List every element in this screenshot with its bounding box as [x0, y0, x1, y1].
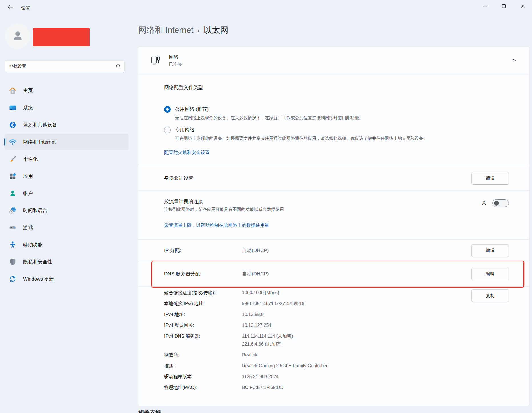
radio-option-label: 专用网络 [175, 126, 428, 133]
accounts-icon [9, 190, 17, 198]
breadcrumb-parent[interactable]: 网络和 Internet [138, 25, 193, 36]
network-profile-option-1[interactable]: 专用网络可在网络上发现你的设备。如果需要文件共享或使用通过此网络通信的应用，请选… [164, 126, 509, 141]
sidebar-item-home[interactable]: 主页 [4, 83, 129, 98]
sidebar-nav: 主页系统蓝牙和其他设备网络和 Internet个性化应用帐户时间和语言游戏辅助功… [4, 83, 129, 288]
sidebar: 主页系统蓝牙和其他设备网络和 Internet个性化应用帐户时间和语言游戏辅助功… [0, 16, 133, 413]
back-button[interactable] [4, 2, 16, 13]
property-row: 本地链接 IPv6 地址:fe80::cf51:4b71:6e37:47fd%1… [164, 300, 509, 308]
property-label: 驱动程序版本: [164, 373, 242, 381]
close-button[interactable] [513, 0, 532, 13]
metered-description: 连接到此网络时，某些应用可能具有不同的功能以减少数据使用。 [164, 207, 288, 212]
sidebar-item-label: Windows 更新 [23, 276, 54, 282]
metered-label: 按流量计费的连接 [164, 198, 288, 205]
search-icon [116, 63, 121, 70]
sidebar-item-accounts[interactable]: 帐户 [4, 186, 129, 201]
avatar[interactable] [5, 23, 30, 49]
property-value: 10.13.55.9 [242, 311, 264, 319]
sidebar-item-label: 应用 [23, 173, 33, 180]
breadcrumb-separator-icon: › [197, 27, 200, 35]
property-label: 描述: [164, 362, 242, 370]
radio-icon[interactable] [164, 106, 171, 113]
sidebar-item-label: 游戏 [23, 224, 33, 231]
metered-toggle[interactable] [492, 199, 509, 207]
window-controls [475, 0, 532, 13]
radio-option-description: 可在网络上发现你的设备。如果需要文件共享或使用通过此网络通信的应用，请选择此选项… [175, 135, 428, 141]
sidebar-item-network[interactable]: 网络和 Internet [4, 134, 129, 150]
sidebar-item-label: 时间和语言 [23, 207, 47, 214]
sidebar-item-privacy[interactable]: 隐私和安全性 [4, 254, 129, 270]
ip-edit-button[interactable]: 编辑 [471, 244, 509, 257]
windows-update-icon [9, 275, 17, 283]
property-row: 描述:Realtek Gaming 2.5GbE Family Controll… [164, 362, 509, 370]
search-box[interactable] [5, 60, 125, 72]
bluetooth-icon [9, 121, 17, 129]
minimize-button[interactable] [475, 0, 494, 13]
property-value: 114.114.114.114 (未加密) 221.6.4.66 (未加密) [242, 332, 293, 348]
property-value: 1125.21.903.2024 [242, 373, 279, 381]
dns-assignment-label: DNS 服务器分配: [164, 271, 242, 277]
sidebar-item-gaming[interactable]: 游戏 [4, 220, 129, 235]
sidebar-item-apps[interactable]: 应用 [4, 168, 129, 184]
network-status: 已连接 [169, 62, 182, 67]
property-label: IPv4 默认网关: [164, 321, 242, 329]
copy-button[interactable]: 复制 [471, 289, 509, 302]
radio-icon[interactable] [164, 127, 171, 133]
sidebar-item-accessibility[interactable]: 辅助功能 [4, 237, 129, 253]
sidebar-item-label: 系统 [23, 104, 33, 111]
property-row: 制造商:Realtek [164, 351, 509, 359]
data-limit-link[interactable]: 设置流量上限，以帮助控制在此网络上的数据使用量 [164, 223, 269, 229]
sidebar-item-bluetooth[interactable]: 蓝牙和其他设备 [4, 117, 129, 133]
maximize-button[interactable] [494, 0, 513, 13]
sidebar-item-personalization[interactable]: 个性化 [4, 151, 129, 167]
redacted-username [33, 28, 90, 46]
toggle-knob [494, 201, 499, 206]
authentication-edit-button[interactable]: 编辑 [471, 172, 509, 185]
app-title: 设置 [21, 5, 30, 11]
property-row: 物理地址(MAC):BC:FC:E7:1F:65:DD [164, 384, 509, 392]
property-label: 制造商: [164, 351, 242, 359]
search-input[interactable] [9, 64, 116, 69]
selected-indicator [4, 138, 5, 146]
radio-option-label: 公用网络 (推荐) [175, 106, 363, 113]
breadcrumb: 网络和 Internet › 以太网 [138, 25, 228, 36]
property-list: 聚合链接速度(接收/传输):1000/1000 (Mbps)本地链接 IPv6 … [164, 289, 509, 392]
privacy-icon [9, 258, 17, 266]
network-profile-option-0[interactable]: 公用网络 (推荐)无法在网络上发现你的设备。在大多数情况下，在家庭、工作或公共位… [164, 106, 509, 121]
network-header-row[interactable]: 网络 已连接 [138, 47, 529, 74]
property-row: IPv4 DNS 服务器:114.114.114.114 (未加密) 221.6… [164, 332, 509, 348]
radio-text: 公用网络 (推荐)无法在网络上发现你的设备。在大多数情况下，在家庭、工作或公共位… [175, 106, 363, 121]
accessibility-icon [9, 241, 17, 249]
property-value: 1000/1000 (Mbps) [242, 289, 279, 297]
maximize-icon [502, 4, 506, 9]
sidebar-item-label: 个性化 [23, 156, 38, 162]
sidebar-item-label: 辅助功能 [23, 241, 43, 248]
dns-edit-button[interactable]: 编辑 [471, 268, 509, 280]
dns-assignment-value: 自动(DHCP) [242, 271, 269, 277]
gaming-icon [9, 224, 17, 232]
collapse-button[interactable] [509, 55, 519, 66]
property-value: BC:FC:E7:1F:65:DD [242, 384, 283, 392]
system-icon [9, 104, 17, 112]
firewall-settings-link[interactable]: 配置防火墙和安全设置 [164, 150, 210, 156]
property-value: Realtek Gaming 2.5GbE Family Controller [242, 362, 327, 370]
profile-section-heading: 网络配置文件类型 [164, 84, 509, 91]
ip-assignment-row: IP 分配: 自动(DHCP) 编辑 [138, 240, 529, 261]
related-support-heading: 相关支持 [138, 409, 161, 413]
back-arrow-icon [7, 4, 13, 12]
property-row: IPv4 默认网关:10.13.127.254 [164, 321, 509, 329]
chevron-up-icon [512, 58, 517, 63]
sidebar-item-system[interactable]: 系统 [4, 100, 129, 116]
sidebar-item-label: 蓝牙和其他设备 [23, 122, 57, 128]
sidebar-item-windows-update[interactable]: Windows 更新 [4, 271, 129, 287]
profile-options: 公用网络 (推荐)无法在网络上发现你的设备。在大多数情况下，在家庭、工作或公共位… [164, 106, 509, 141]
sidebar-item-time-language[interactable]: 时间和语言 [4, 203, 129, 218]
property-row: 驱动程序版本:1125.21.903.2024 [164, 373, 509, 381]
personalization-icon [9, 155, 17, 163]
network-header-text: 网络 已连接 [169, 54, 182, 67]
ip-assignment-label: IP 分配: [164, 247, 242, 254]
network-profile-section: 网络配置文件类型 公用网络 (推荐)无法在网络上发现你的设备。在大多数情况下，在… [138, 74, 529, 166]
titlebar: 设置 [0, 0, 532, 16]
home-icon [9, 87, 17, 95]
ip-assignment-value: 自动(DHCP) [242, 247, 269, 254]
close-icon [521, 4, 525, 9]
